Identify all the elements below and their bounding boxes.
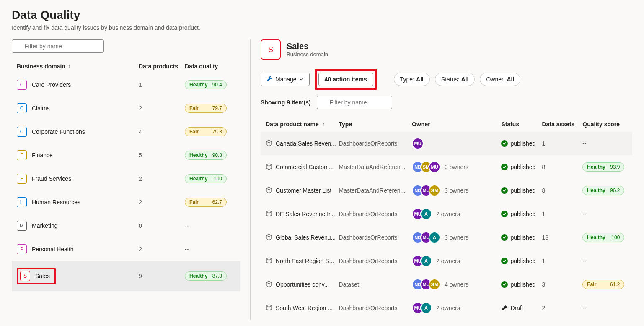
domain-quality: Healthy90.4 [185,80,235,89]
col-header-product-name[interactable]: Data product name [266,121,319,128]
col-header-score[interactable]: Quality score [582,121,627,128]
product-score: Healthy96.2 [582,186,627,195]
product-row[interactable]: DE Sales Revenue In...DashboardsOrReport… [261,202,632,226]
filter-status-value: All [461,76,468,83]
manage-button[interactable]: Manage [261,73,310,86]
product-status: published [501,164,542,170]
domain-row[interactable]: FFraud Services2Healthy100 [12,167,240,190]
domain-name: Care Providers [32,81,71,88]
col-header-owner[interactable]: Owner [412,121,501,128]
domain-quality: -- [185,222,235,229]
domain-quality: Fair75.3 [185,127,235,136]
product-name: Canada Sales Reven... [276,140,336,147]
product-row[interactable]: Canada Sales Reven...DashboardsOrReports… [261,132,632,155]
owner-avatar: A [429,232,440,243]
product-type: MasterDataAndReferen... [339,164,412,170]
owner-avatar: A [420,255,432,267]
domain-avatar-small: C [17,103,27,113]
check-icon [501,164,508,170]
domain-row[interactable]: PPersonal Health2-- [12,237,240,261]
filter-status[interactable]: Status: All [435,73,475,86]
domain-products-count: 1 [139,81,185,88]
draft-icon [501,305,508,311]
filter-owner[interactable]: Owner: All [480,73,520,86]
domain-quality: -- [185,246,235,253]
cube-icon [266,210,272,218]
action-items-button[interactable]: 40 action items [318,73,373,86]
product-name: Opportunities conv... [276,281,329,288]
domain-name: Fraud Services [32,175,71,182]
sort-ascending-icon: ↑ [322,121,325,127]
product-status: published [501,211,542,217]
product-type: DashboardsOrReports [339,234,412,241]
product-row[interactable]: Customer Master ListMasterDataAndReferen… [261,179,632,202]
product-type: Dataset [339,281,412,288]
domain-row[interactable]: CClaims2Fair79.7 [12,96,240,120]
product-status: published [501,281,542,288]
product-row[interactable]: Opportunities conv...DatasetNDMUSM4 owne… [261,273,632,296]
chevron-down-icon [299,76,303,83]
domain-row[interactable]: FFinance5Healthy90.8 [12,143,240,167]
product-assets: 1 [542,258,582,264]
owner-avatar: SM [429,279,440,290]
domain-products-count: 2 [139,246,185,253]
product-row[interactable]: Global Sales Revenu...DashboardsOrReport… [261,226,632,249]
domain-name: Claims [32,105,50,112]
product-status: published [501,258,542,264]
domain-avatar: S [261,39,281,60]
product-filter-input[interactable] [317,96,392,109]
domain-name: Marketing [32,222,57,229]
domain-row[interactable]: CCorporate Functions4Fair75.3 [12,120,240,143]
product-status: published [501,187,542,194]
product-name: Customer Master List [276,187,331,194]
domain-products-count: 9 [139,273,185,279]
domain-filter-input[interactable] [12,39,104,53]
filter-owner-label: Owner: [486,76,505,83]
domain-avatar-small: F [17,150,27,160]
product-owner: MUA2 owners [412,255,501,267]
page-subtitle: Identify and fix data quality issues by … [12,24,632,31]
cube-icon [266,304,272,312]
domain-row[interactable]: CCare Providers1Healthy90.4 [12,73,240,96]
domain-products-count: 2 [139,199,185,206]
product-assets: 8 [542,164,582,170]
domain-products-count: 2 [139,105,185,112]
col-header-domain[interactable]: Business domain [17,63,65,70]
product-assets: 2 [542,305,582,311]
product-score: Healthy100 [582,233,627,242]
owner-count: 2 owners [436,258,460,264]
filter-status-label: Status: [441,76,460,83]
cube-icon [266,163,272,171]
domain-row[interactable]: MMarketing0-- [12,214,240,237]
owner-count: 3 owners [445,164,468,170]
product-score: Healthy93.9 [582,162,627,172]
col-header-assets[interactable]: Data assets [542,121,582,128]
products-header: Data product name ↑ Type Owner Status Da… [261,117,632,132]
domain-name: Finance [32,152,53,159]
col-header-data-quality[interactable]: Data quality [185,63,235,70]
product-owner: NDMUSM3 owners [412,185,501,196]
owner-avatar: A [420,208,432,220]
filter-owner-value: All [507,76,515,83]
domain-row[interactable]: SSales9Healthy87.8 [12,261,240,291]
col-header-data-products[interactable]: Data products [139,63,185,70]
product-row[interactable]: Commercial Custom...MasterDataAndReferen… [261,155,632,179]
product-score: -- [582,305,627,311]
owner-count: 3 owners [445,234,468,241]
cube-icon [266,140,272,148]
detail-panel: S Sales Business domain Manage [251,39,632,320]
col-header-type[interactable]: Type [339,121,412,128]
product-row[interactable]: South West Region ...DashboardsOrReports… [261,296,632,320]
product-row[interactable]: North East Region S...DashboardsOrReport… [261,249,632,273]
col-header-status[interactable]: Status [501,121,542,128]
product-owner: NDSMMU3 owners [412,161,501,173]
product-type: DashboardsOrReports [339,211,412,217]
product-score: -- [582,211,627,217]
detail-title: Sales [287,42,328,51]
domain-row[interactable]: HHuman Resources2Fair62.7 [12,190,240,214]
filter-type-value: All [416,76,424,83]
product-owner: MUA2 owners [412,302,501,314]
filter-type[interactable]: Type: All [394,73,430,86]
product-owner: NDMUA3 owners [412,232,501,243]
domain-quality: Fair79.7 [185,104,235,113]
